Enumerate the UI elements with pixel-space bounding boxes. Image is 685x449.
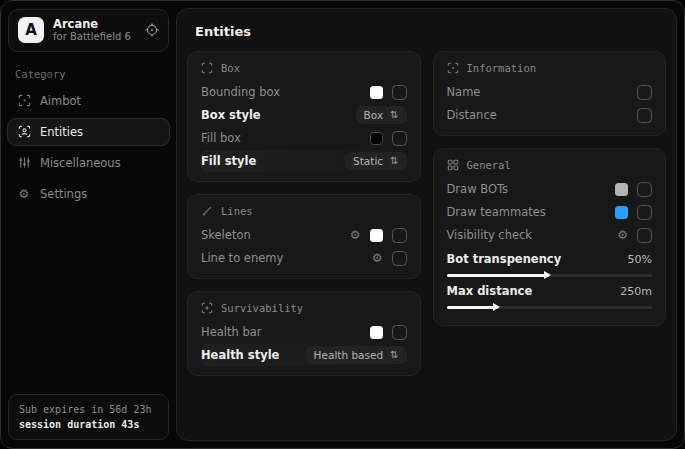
health-bar-color-swatch[interactable] [370,326,383,339]
draw-teammates-color-swatch[interactable] [615,206,628,219]
line-to-enemy-settings-gear-icon[interactable]: ⚙ [372,252,383,264]
distance-row: Distance [447,104,653,126]
box-corners-icon [201,62,213,74]
chevron-up-down-icon: ⇅ [390,350,398,360]
visibility-check-settings-gear-icon[interactable]: ⚙ [617,229,628,241]
app-title-block: Arcane for Battlefield 6 [53,17,136,44]
survivability-card: Survivability Health bar Health style [187,291,421,376]
bounding-box-color-swatch[interactable] [370,86,383,99]
draw-bots-color-swatch[interactable] [615,183,628,196]
sidebar-item-label: Entities [40,125,83,139]
app-window: A Arcane for Battlefield 6 Category [0,0,685,449]
skeleton-color-swatch[interactable] [370,229,383,242]
health-bar-row: Health bar [201,321,407,343]
draw-teammates-label: Draw teammates [447,205,546,219]
survivability-card-header: Survivability [201,302,407,314]
visibility-check-checkbox[interactable] [637,228,652,243]
category-label: Category [15,68,162,80]
box-style-label: Box style [201,108,261,122]
skeleton-settings-gear-icon[interactable]: ⚙ [350,229,361,241]
app-logo: A [18,17,44,43]
sidebar: A Arcane for Battlefield 6 Category [1,1,176,448]
sidebar-item-aimbot[interactable]: Aimbot [7,87,170,115]
health-style-label: Health style [201,348,279,362]
fill-box-label: Fill box [201,131,241,145]
page-title: Entities [195,24,666,39]
skeleton-label: Skeleton [201,228,251,242]
bot-transparency-value: 50% [628,253,652,266]
fill-box-color-swatch[interactable] [370,132,383,145]
draw-bots-row: Draw BOTs [447,178,653,200]
max-distance-slider-fill[interactable] [447,306,498,309]
fill-style-label: Fill style [201,154,256,168]
scope-icon[interactable] [145,23,159,37]
chevron-up-down-icon: ⇅ [390,156,398,166]
health-style-row: Health style Health based ⇅ [201,344,407,366]
bot-transparency-slider-row: Bot transpenency 50% [447,252,653,277]
information-card: Information Name Distance [433,51,667,136]
fill-box-checkbox[interactable] [392,131,407,146]
grid-icon [447,159,459,171]
main-panel: Entities Box [176,8,677,441]
skeleton-row: Skeleton ⚙ [201,224,407,246]
max-distance-value: 250m [620,285,652,298]
visibility-check-row: Visibility check ⚙ [447,224,653,246]
draw-bots-checkbox[interactable] [637,182,652,197]
health-corners-icon [201,302,213,314]
fill-box-row: Fill box [201,127,407,149]
card-title: Box [221,62,240,74]
health-style-dropdown[interactable]: Health based ⇅ [306,346,407,364]
health-bar-checkbox[interactable] [392,325,407,340]
information-card-header: Information [447,62,653,74]
subscription-card: Sub expires in 56d 23h session duration … [8,394,169,440]
bot-transparency-slider-fill[interactable] [447,274,550,277]
distance-label: Distance [447,108,497,122]
box-card-header: Box [201,62,407,74]
info-scan-icon [447,62,459,74]
lines-card-header: Lines [201,205,407,217]
general-card-header: General [447,159,653,171]
name-checkbox[interactable] [637,85,652,100]
chevron-up-down-icon: ⇅ [390,110,398,120]
box-style-row: Box style Box ⇅ [201,104,407,126]
skeleton-checkbox[interactable] [392,228,407,243]
max-distance-label: Max distance [447,284,533,298]
right-column: Information Name Distance [433,51,667,376]
bot-transparency-label: Bot transpenency [447,252,562,266]
health-style-value: Health based [314,349,384,361]
distance-checkbox[interactable] [637,108,652,123]
line-to-enemy-checkbox[interactable] [392,251,407,266]
sidebar-item-label: Aimbot [40,94,81,108]
general-card: General Draw BOTs Draw teammates [433,148,667,326]
name-row: Name [447,81,653,103]
sidebar-item-label: Miscellaneous [40,156,121,170]
sidebar-item-miscellaneous[interactable]: Miscellaneous [7,149,170,177]
sidebar-item-label: Settings [40,187,87,201]
sub-expiry-text: Sub expires in 56d 23h [19,402,158,417]
crosshair-icon [17,94,31,107]
pencil-line-icon [201,205,213,217]
max-distance-slider-row: Max distance 250m [447,284,653,309]
lines-card: Lines Skeleton ⚙ Line to enemy ⚙ [187,194,421,279]
fill-style-row: Fill style Static ⇅ [201,150,407,172]
card-title: Survivability [221,302,303,314]
app-subtitle: for Battlefield 6 [53,31,136,44]
sidebar-item-settings[interactable]: ⚙ Settings [7,180,170,208]
content-columns: Box Bounding box Box style Box [187,51,666,376]
app-name: Arcane [53,17,136,31]
card-title: General [467,159,511,171]
draw-teammates-row: Draw teammates [447,201,653,223]
card-title: Information [467,62,537,74]
session-duration-text: session duration 43s [19,417,158,432]
bounding-box-checkbox[interactable] [392,85,407,100]
sliders-icon [17,156,31,169]
fill-style-value: Static [353,155,383,167]
box-style-dropdown[interactable]: Box ⇅ [356,106,407,124]
line-to-enemy-row: Line to enemy ⚙ [201,247,407,269]
draw-teammates-checkbox[interactable] [637,205,652,220]
bot-transparency-slider[interactable] [447,274,653,277]
fill-style-dropdown[interactable]: Static ⇅ [345,152,406,170]
sidebar-item-entities[interactable]: Entities [7,118,170,146]
max-distance-slider[interactable] [447,306,653,309]
box-card: Box Bounding box Box style Box [187,51,421,182]
